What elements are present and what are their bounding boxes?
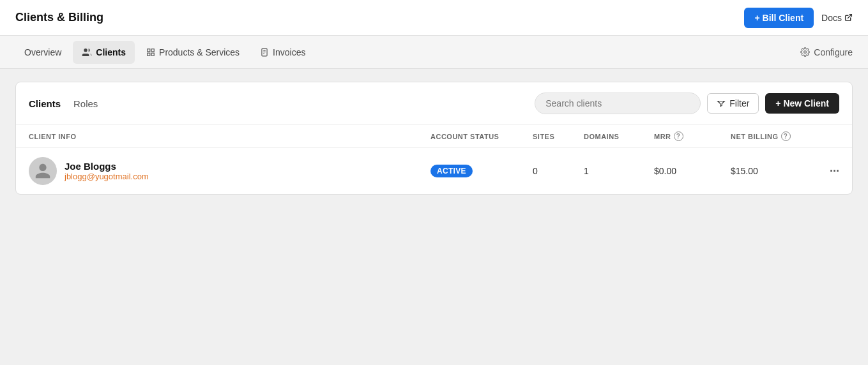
account-status-cell: ACTIVE xyxy=(430,165,533,177)
client-details: Joe Bloggs jblogg@yugotmail.com xyxy=(65,161,149,181)
products-icon xyxy=(146,48,155,57)
main-content: Clients Roles Filter + New Client CLIENT… xyxy=(0,69,868,207)
client-email: jblogg@yugotmail.com xyxy=(65,172,149,181)
tab-clients[interactable]: Clients xyxy=(73,41,135,64)
app-header: Clients & Billing + Bill Client Docs xyxy=(0,0,868,36)
mrr-help-icon[interactable]: ? xyxy=(674,131,683,141)
nav-tabs: Overview Clients Products & Services Inv… xyxy=(15,36,314,68)
mrr-cell: $0.00 xyxy=(654,166,731,176)
page-title: Clients & Billing xyxy=(15,11,103,24)
avatar-icon xyxy=(34,162,52,180)
status-badge: ACTIVE xyxy=(430,165,473,177)
docs-button[interactable]: Docs xyxy=(821,13,853,23)
svg-point-10 xyxy=(804,51,807,54)
table-row: Joe Bloggs jblogg@yugotmail.com ACTIVE 0… xyxy=(16,148,852,194)
search-wrap xyxy=(535,93,701,114)
clients-tab-button[interactable]: Clients xyxy=(29,98,61,109)
svg-rect-5 xyxy=(151,53,154,56)
clients-icon xyxy=(82,47,92,57)
invoices-icon xyxy=(260,48,269,57)
net-billing-cell: $15.00 xyxy=(731,166,814,176)
col-sites: SITES xyxy=(533,131,584,141)
toolbar-right: Filter + New Client xyxy=(535,93,839,114)
sites-cell: 0 xyxy=(533,166,584,176)
net-billing-help-icon[interactable]: ? xyxy=(781,131,791,141)
row-actions-button[interactable]: ··· xyxy=(814,165,839,178)
roles-tab-button[interactable]: Roles xyxy=(73,98,98,109)
avatar xyxy=(29,157,57,185)
svg-line-0 xyxy=(848,15,851,19)
col-mrr: MRR ? xyxy=(654,131,731,141)
card-toolbar: Clients Roles Filter + New Client xyxy=(16,82,852,125)
col-actions xyxy=(814,131,839,141)
header-actions: + Bill Client Docs xyxy=(744,8,853,28)
svg-rect-3 xyxy=(151,48,154,51)
tab-invoices[interactable]: Invoices xyxy=(251,41,314,64)
tab-products-services[interactable]: Products & Services xyxy=(137,41,248,64)
table-header: CLIENT INFO ACCOUNT STATUS SITES DOMAINS… xyxy=(16,125,852,148)
client-name: Joe Bloggs xyxy=(65,161,149,172)
col-net-billing: NET BILLING ? xyxy=(731,131,814,141)
col-domains: DOMAINS xyxy=(584,131,654,141)
nav-bar: Overview Clients Products & Services Inv… xyxy=(0,36,868,69)
clients-card: Clients Roles Filter + New Client CLIENT… xyxy=(15,82,853,195)
svg-rect-2 xyxy=(148,48,150,51)
search-input[interactable] xyxy=(535,93,701,114)
col-client-info: CLIENT INFO xyxy=(29,131,430,141)
configure-icon xyxy=(800,47,810,57)
tab-overview[interactable]: Overview xyxy=(15,41,70,64)
svg-rect-4 xyxy=(148,53,150,56)
svg-point-1 xyxy=(84,48,88,52)
filter-button[interactable]: Filter xyxy=(707,93,759,114)
external-link-icon xyxy=(844,13,853,22)
new-client-button[interactable]: + New Client xyxy=(765,93,839,114)
configure-button[interactable]: Configure xyxy=(800,47,853,57)
domains-cell: 1 xyxy=(584,166,654,176)
client-info-cell: Joe Bloggs jblogg@yugotmail.com xyxy=(29,157,430,185)
col-account-status: ACCOUNT STATUS xyxy=(430,131,533,141)
bill-client-button[interactable]: + Bill Client xyxy=(744,8,814,28)
toolbar-left: Clients Roles xyxy=(29,98,98,109)
filter-icon xyxy=(717,99,726,108)
